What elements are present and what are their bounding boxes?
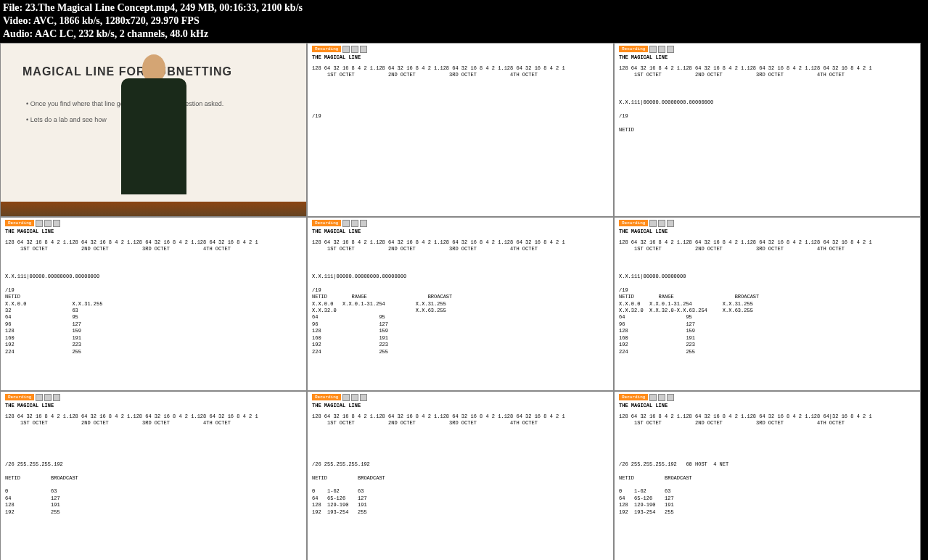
close-icon (53, 394, 60, 401)
presenter (121, 54, 186, 194)
frame-4: Recording THE MAGICAL LINE 128 64 32 16 … (0, 217, 307, 391)
max-icon (44, 220, 52, 227)
floor (1, 202, 306, 216)
min-icon (36, 394, 43, 401)
np-title: THE MAGICAL LINE (619, 403, 921, 409)
thumbnail-grid: MAGICAL LINE FOR SUBNETTING • Once you f… (0, 43, 928, 560)
close-icon (667, 220, 674, 227)
min-icon (649, 394, 657, 401)
min-icon (649, 46, 657, 53)
np-body: 128 64 32 16 8 4 2 1.128 64 32 16 8 4 2 … (5, 239, 307, 355)
window-bar: Recording (619, 46, 921, 53)
min-icon (342, 394, 350, 401)
np-body: 128 64 32 16 8 4 2 1.128 64 32 16 8 4 2 … (312, 65, 614, 120)
max-icon (351, 46, 358, 53)
video-line: Video: AVC, 1866 kb/s, 1280x720, 29.970 … (3, 15, 925, 28)
window-bar: Recording (312, 46, 614, 53)
min-icon (342, 46, 350, 53)
max-icon (351, 394, 358, 401)
bullet-2: • Lets do a lab and see how (26, 116, 107, 123)
np-title: THE MAGICAL LINE (619, 54, 921, 61)
np-body: 128 64 32 16 8 4 2 1.128 64 32 16 8 4 2 … (312, 239, 614, 355)
frame-1: MAGICAL LINE FOR SUBNETTING • Once you f… (0, 43, 307, 217)
np-title: THE MAGICAL LINE (5, 228, 307, 235)
file-line: File: 23.The Magical Line Concept.mp4, 2… (3, 1, 925, 15)
close-icon (667, 46, 674, 53)
close-icon (667, 394, 674, 401)
np-body: 128 64 32 16 8 4 2 1.128 64 32 16 8 4 2 … (619, 413, 921, 516)
frame-5: Recording THE MAGICAL LINE 128 64 32 16 … (307, 217, 614, 391)
np-body: 128 64 32 16 8 4 2 1.128 64 32 16 8 4 2 … (5, 413, 307, 516)
np-title: THE MAGICAL LINE (312, 403, 614, 409)
max-icon (44, 394, 52, 401)
np-body: 128 64 32 16 8 4 2 1.128 64 32 16 8 4 2 … (312, 413, 614, 516)
max-icon (658, 220, 665, 227)
min-icon (36, 220, 43, 227)
frame-8: Recording THE MAGICAL LINE 128 64 32 16 … (307, 391, 614, 560)
close-icon (360, 46, 367, 53)
np-title: THE MAGICAL LINE (312, 228, 614, 235)
max-icon (658, 394, 665, 401)
frame-6: Recording THE MAGICAL LINE 128 64 32 16 … (614, 217, 921, 391)
close-icon (53, 220, 60, 227)
file-info-header: File: 23.The Magical Line Concept.mp4, 2… (0, 0, 928, 43)
np-body: 128 64 32 16 8 4 2 1.128 64 32 16 8 4 2 … (619, 239, 921, 355)
window-bar: Recording (5, 220, 307, 227)
window-bar: Recording (5, 394, 307, 401)
np-title: THE MAGICAL LINE (312, 54, 614, 61)
close-icon (360, 394, 367, 401)
close-icon (360, 220, 367, 227)
window-bar: Recording (312, 220, 614, 227)
frame-3: Recording THE MAGICAL LINE 128 64 32 16 … (614, 43, 921, 217)
np-title: THE MAGICAL LINE (619, 228, 921, 235)
window-bar: Recording (619, 394, 921, 401)
np-title: THE MAGICAL LINE (5, 403, 307, 409)
window-bar: Recording (312, 394, 614, 401)
np-body: 128 64 32 16 8 4 2 1.128 64 32 16 8 4 2 … (619, 65, 921, 133)
window-bar: Recording (619, 220, 921, 227)
frame-2: Recording THE MAGICAL LINE 128 64 32 16 … (307, 43, 614, 217)
audio-line: Audio: AAC LC, 232 kb/s, 2 channels, 48.… (3, 28, 925, 41)
min-icon (342, 220, 350, 227)
max-icon (351, 220, 358, 227)
max-icon (658, 46, 665, 53)
min-icon (649, 220, 657, 227)
frame-9: Recording THE MAGICAL LINE 128 64 32 16 … (614, 391, 921, 560)
frame-7: Recording THE MAGICAL LINE 128 64 32 16 … (0, 391, 307, 560)
